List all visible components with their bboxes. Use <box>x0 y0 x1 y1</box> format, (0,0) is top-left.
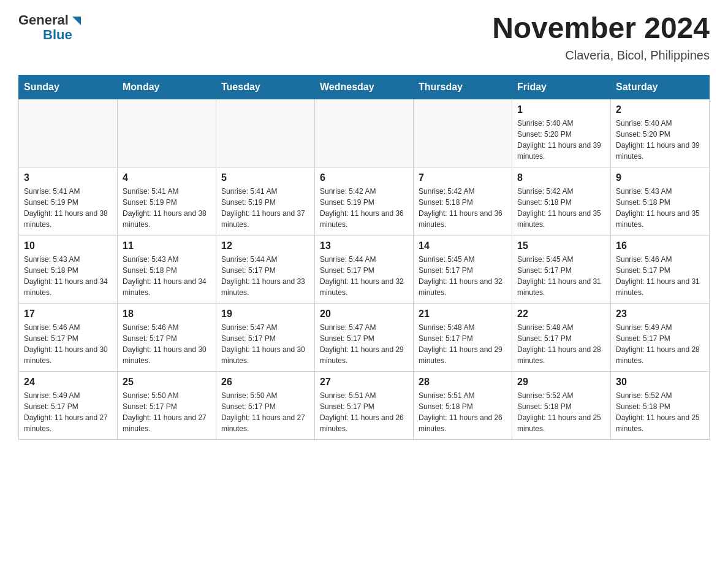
day-number: 10 <box>24 240 112 251</box>
day-info: Sunrise: 5:46 AMSunset: 5:17 PMDaylight:… <box>616 254 704 298</box>
day-number: 21 <box>419 308 507 320</box>
day-number: 22 <box>517 308 605 320</box>
day-number: 3 <box>24 172 112 183</box>
day-info: Sunrise: 5:49 AMSunset: 5:17 PMDaylight:… <box>24 390 112 434</box>
day-info: Sunrise: 5:50 AMSunset: 5:17 PMDaylight:… <box>221 390 309 434</box>
day-number: 2 <box>616 104 704 115</box>
calendar-cell: 28Sunrise: 5:51 AMSunset: 5:18 PMDayligh… <box>414 371 512 439</box>
day-number: 12 <box>221 240 309 251</box>
day-info: Sunrise: 5:45 AMSunset: 5:17 PMDaylight:… <box>517 254 605 298</box>
calendar-cell <box>19 99 118 167</box>
calendar-cell: 23Sunrise: 5:49 AMSunset: 5:17 PMDayligh… <box>611 303 710 371</box>
day-info: Sunrise: 5:41 AMSunset: 5:19 PMDaylight:… <box>123 186 211 230</box>
day-info: Sunrise: 5:42 AMSunset: 5:18 PMDaylight:… <box>517 186 605 230</box>
day-info: Sunrise: 5:51 AMSunset: 5:17 PMDaylight:… <box>320 390 408 434</box>
calendar-cell: 27Sunrise: 5:51 AMSunset: 5:17 PMDayligh… <box>315 371 414 439</box>
calendar-cell: 21Sunrise: 5:48 AMSunset: 5:17 PMDayligh… <box>414 303 512 371</box>
calendar-cell <box>216 99 315 167</box>
calendar-cell: 1Sunrise: 5:40 AMSunset: 5:20 PMDaylight… <box>512 99 611 167</box>
day-number: 24 <box>24 377 112 388</box>
day-info: Sunrise: 5:51 AMSunset: 5:18 PMDaylight:… <box>419 390 507 434</box>
day-number: 9 <box>616 172 704 183</box>
day-info: Sunrise: 5:49 AMSunset: 5:17 PMDaylight:… <box>616 322 704 366</box>
day-info: Sunrise: 5:47 AMSunset: 5:17 PMDaylight:… <box>320 322 408 366</box>
calendar-cell: 3Sunrise: 5:41 AMSunset: 5:19 PMDaylight… <box>19 167 118 235</box>
calendar-cell: 22Sunrise: 5:48 AMSunset: 5:17 PMDayligh… <box>512 303 611 371</box>
calendar-cell: 12Sunrise: 5:44 AMSunset: 5:17 PMDayligh… <box>216 235 315 303</box>
calendar-cell: 2Sunrise: 5:40 AMSunset: 5:20 PMDaylight… <box>611 99 710 167</box>
day-number: 19 <box>221 308 309 320</box>
page-header: General Blue November 2024 Claveria, Bic… <box>18 12 710 63</box>
column-header-monday: Monday <box>118 75 216 99</box>
day-number: 27 <box>320 377 408 388</box>
logo: General Blue <box>18 12 83 43</box>
calendar-week-row: 1Sunrise: 5:40 AMSunset: 5:20 PMDaylight… <box>19 99 710 167</box>
calendar-cell <box>118 99 216 167</box>
calendar-cell <box>315 99 414 167</box>
day-number: 26 <box>221 377 309 388</box>
calendar-cell: 20Sunrise: 5:47 AMSunset: 5:17 PMDayligh… <box>315 303 414 371</box>
day-number: 5 <box>221 172 309 183</box>
column-header-friday: Friday <box>512 75 611 99</box>
day-number: 8 <box>517 172 605 183</box>
svg-marker-0 <box>72 17 81 25</box>
day-info: Sunrise: 5:42 AMSunset: 5:18 PMDaylight:… <box>419 186 507 230</box>
column-header-tuesday: Tuesday <box>216 75 315 99</box>
calendar-cell: 13Sunrise: 5:44 AMSunset: 5:17 PMDayligh… <box>315 235 414 303</box>
day-number: 29 <box>517 377 605 388</box>
column-header-saturday: Saturday <box>611 75 710 99</box>
day-info: Sunrise: 5:50 AMSunset: 5:17 PMDaylight:… <box>123 390 211 434</box>
calendar-cell <box>414 99 512 167</box>
day-number: 17 <box>24 308 112 320</box>
day-number: 18 <box>123 308 211 320</box>
logo-blue-text: Blue <box>43 27 72 43</box>
calendar-cell: 30Sunrise: 5:52 AMSunset: 5:18 PMDayligh… <box>611 371 710 439</box>
title-area: November 2024 Claveria, Bicol, Philippin… <box>492 12 710 63</box>
calendar-week-row: 17Sunrise: 5:46 AMSunset: 5:17 PMDayligh… <box>19 303 710 371</box>
calendar-table: SundayMondayTuesdayWednesdayThursdayFrid… <box>18 75 710 440</box>
calendar-week-row: 10Sunrise: 5:43 AMSunset: 5:18 PMDayligh… <box>19 235 710 303</box>
calendar-cell: 8Sunrise: 5:42 AMSunset: 5:18 PMDaylight… <box>512 167 611 235</box>
day-number: 25 <box>123 377 211 388</box>
calendar-cell: 7Sunrise: 5:42 AMSunset: 5:18 PMDaylight… <box>414 167 512 235</box>
day-info: Sunrise: 5:43 AMSunset: 5:18 PMDaylight:… <box>616 186 704 230</box>
day-number: 11 <box>123 240 211 251</box>
calendar-title: November 2024 <box>492 12 710 45</box>
day-info: Sunrise: 5:42 AMSunset: 5:19 PMDaylight:… <box>320 186 408 230</box>
calendar-cell: 11Sunrise: 5:43 AMSunset: 5:18 PMDayligh… <box>118 235 216 303</box>
calendar-header-row: SundayMondayTuesdayWednesdayThursdayFrid… <box>19 75 710 99</box>
calendar-week-row: 24Sunrise: 5:49 AMSunset: 5:17 PMDayligh… <box>19 371 710 439</box>
day-info: Sunrise: 5:46 AMSunset: 5:17 PMDaylight:… <box>24 322 112 366</box>
day-info: Sunrise: 5:43 AMSunset: 5:18 PMDaylight:… <box>123 254 211 298</box>
calendar-cell: 5Sunrise: 5:41 AMSunset: 5:19 PMDaylight… <box>216 167 315 235</box>
calendar-cell: 29Sunrise: 5:52 AMSunset: 5:18 PMDayligh… <box>512 371 611 439</box>
calendar-cell: 4Sunrise: 5:41 AMSunset: 5:19 PMDaylight… <box>118 167 216 235</box>
calendar-cell: 14Sunrise: 5:45 AMSunset: 5:17 PMDayligh… <box>414 235 512 303</box>
column-header-wednesday: Wednesday <box>315 75 414 99</box>
calendar-subtitle: Claveria, Bicol, Philippines <box>492 48 710 63</box>
day-info: Sunrise: 5:48 AMSunset: 5:17 PMDaylight:… <box>419 322 507 366</box>
column-header-thursday: Thursday <box>414 75 512 99</box>
day-number: 7 <box>419 172 507 183</box>
day-number: 4 <box>123 172 211 183</box>
logo-general-text: General <box>18 12 69 28</box>
calendar-cell: 10Sunrise: 5:43 AMSunset: 5:18 PMDayligh… <box>19 235 118 303</box>
day-info: Sunrise: 5:47 AMSunset: 5:17 PMDaylight:… <box>221 322 309 366</box>
calendar-cell: 16Sunrise: 5:46 AMSunset: 5:17 PMDayligh… <box>611 235 710 303</box>
day-number: 14 <box>419 240 507 251</box>
day-info: Sunrise: 5:41 AMSunset: 5:19 PMDaylight:… <box>24 186 112 230</box>
day-number: 20 <box>320 308 408 320</box>
day-info: Sunrise: 5:41 AMSunset: 5:19 PMDaylight:… <box>221 186 309 230</box>
calendar-cell: 26Sunrise: 5:50 AMSunset: 5:17 PMDayligh… <box>216 371 315 439</box>
day-number: 6 <box>320 172 408 183</box>
calendar-cell: 17Sunrise: 5:46 AMSunset: 5:17 PMDayligh… <box>19 303 118 371</box>
day-info: Sunrise: 5:44 AMSunset: 5:17 PMDaylight:… <box>320 254 408 298</box>
day-info: Sunrise: 5:48 AMSunset: 5:17 PMDaylight:… <box>517 322 605 366</box>
calendar-cell: 6Sunrise: 5:42 AMSunset: 5:19 PMDaylight… <box>315 167 414 235</box>
day-number: 13 <box>320 240 408 251</box>
day-number: 30 <box>616 377 704 388</box>
logo-triangle-icon <box>70 14 83 28</box>
day-number: 28 <box>419 377 507 388</box>
column-header-sunday: Sunday <box>19 75 118 99</box>
calendar-cell: 24Sunrise: 5:49 AMSunset: 5:17 PMDayligh… <box>19 371 118 439</box>
